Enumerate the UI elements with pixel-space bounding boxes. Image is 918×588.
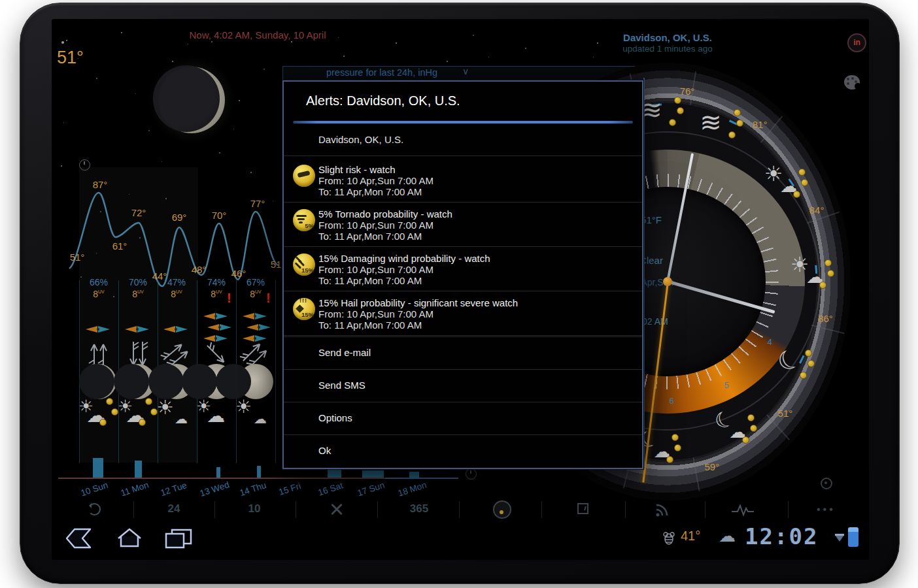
dialog-location-item[interactable]: Davidson, OK, U.S. <box>318 134 403 145</box>
alert-to: To: 11 Apr,Mon 7:00 AM <box>318 231 422 242</box>
precipitation-bar <box>328 469 341 478</box>
location-label[interactable]: Davidson, OK, U.S. <box>576 32 759 43</box>
alert-to: To: 11 Apr,Mon 7:00 AM <box>318 319 422 331</box>
wheel-temp-label: 86° <box>811 313 840 324</box>
tools-icon[interactable] <box>328 502 345 517</box>
toolbar-separator <box>296 501 296 518</box>
status-clock[interactable]: 12:02 <box>745 523 818 549</box>
more-icon[interactable]: ••• <box>817 504 836 515</box>
bee-icon <box>661 530 677 546</box>
wind-kite-marker <box>203 313 230 319</box>
chart-axis-alert <box>58 478 385 479</box>
humidity-label: 70% <box>122 277 154 287</box>
temp-label: 48° <box>192 264 207 275</box>
tab-10day[interactable]: 10 <box>235 502 274 515</box>
options-button[interactable]: Options <box>284 402 642 434</box>
alert-exclamation: ! <box>227 291 231 306</box>
dialog-divider <box>293 121 633 123</box>
screenshot-page: Now, 4:02 AM, Sunday, 10 April 51° David… <box>0 0 918 588</box>
linkedin-icon[interactable]: in <box>847 33 866 52</box>
forecast-weather-icon: ☀☁ <box>234 398 277 432</box>
wheel-weather-icon: ☾ <box>768 344 818 387</box>
dial-number: 6 <box>669 396 673 406</box>
alerts-dialog: Alerts: Davidson, OK, U.S. Davidson, OK,… <box>282 80 643 469</box>
uv-label: 8UV <box>161 289 192 299</box>
wind-kite-marker <box>163 326 190 333</box>
refresh-icon[interactable] <box>88 503 101 515</box>
wind-kite-marker <box>86 326 112 333</box>
moon-phase-icon <box>238 364 273 399</box>
dial-number: 5 <box>724 380 728 390</box>
precipitation-bar <box>362 470 384 478</box>
temp-label: 72° <box>131 207 146 218</box>
day-label[interactable]: 17 Sun <box>356 480 386 498</box>
column-divider <box>275 280 276 463</box>
pressure-label: pressure for last 24h, inHg <box>284 67 480 78</box>
dial-number: 4 <box>767 337 772 347</box>
separator <box>284 369 642 370</box>
send-sms-button[interactable]: Send SMS <box>284 369 642 402</box>
alert-to: To: 11 Apr,Mon 7:00 AM <box>318 186 422 197</box>
uv-label: 8UV <box>83 289 114 299</box>
send-e-mail-button[interactable]: Send e-mail <box>284 336 642 369</box>
battery-icon <box>848 527 858 547</box>
uv-label: 8UV <box>122 289 154 299</box>
wind-icon: 15% <box>293 253 315 276</box>
alert-from: From: 10 Apr,Sun 7:00 AM <box>318 175 434 186</box>
separator <box>284 402 642 402</box>
theme-palette-icon[interactable] <box>844 75 860 90</box>
alert-row[interactable]: Slight risk - watchFrom: 10 Apr,Sun 7:00… <box>284 159 642 203</box>
separator <box>284 202 642 203</box>
alert-title: 5% Tornado probability - watch <box>318 208 452 220</box>
day-label[interactable]: 16 Sat <box>317 480 345 497</box>
wheel-temp-label: 51° <box>771 407 800 418</box>
wheel-temp-label: 81° <box>745 119 774 130</box>
collapse-chevron-icon[interactable]: ∨ <box>462 66 469 76</box>
toolbar-separator <box>377 501 378 518</box>
temp-label: 61° <box>112 240 128 252</box>
alert-from: From: 10 Apr,Sun 7:00 AM <box>318 220 434 231</box>
toolbar-separator <box>459 501 460 518</box>
humidity-label: 67% <box>240 277 271 287</box>
widget-icon[interactable] <box>577 503 588 514</box>
humidity-label: 74% <box>201 277 232 287</box>
moon-phase-icon[interactable] <box>493 500 511 519</box>
alert-row[interactable]: !!!15%15% Hail probability - significant… <box>284 292 642 336</box>
alert-from: From: 10 Apr,Sun 7:00 AM <box>318 308 434 319</box>
alarm-clock-icon[interactable] <box>79 159 90 171</box>
wheel-weather-icon: ☀☁ <box>762 163 811 206</box>
hail-icon: !!!15% <box>293 298 315 320</box>
tornado-icon: 5% <box>293 209 315 231</box>
rss-icon[interactable] <box>654 501 672 518</box>
alert-to: To: 11 Apr,Mon 7:00 AM <box>318 275 422 286</box>
back-button[interactable] <box>63 527 94 550</box>
temp-label: 70° <box>212 210 227 221</box>
wheel-temp-label: 59° <box>698 461 726 472</box>
column-divider <box>79 280 80 463</box>
pulse-icon[interactable] <box>732 504 754 517</box>
forecast-weather-icon: ☀☁ <box>77 398 120 432</box>
alert-title: Slight risk - watch <box>318 164 396 175</box>
tab-24h[interactable]: 24 <box>154 502 194 515</box>
day-label[interactable]: 18 Mon <box>397 480 428 498</box>
wind-kite-marker <box>243 313 269 319</box>
alert-from: From: 10 Apr,Sun 7:00 AM <box>318 264 434 275</box>
toolbar-separator <box>788 501 789 518</box>
precipitation-bar <box>409 472 419 478</box>
precipitation-bar <box>135 461 142 478</box>
settings-target-icon[interactable] <box>821 478 832 489</box>
forecast-weather-icon: ☀☁ <box>195 398 238 432</box>
ok-button[interactable]: Ok <box>284 434 642 467</box>
wind-kite-marker <box>207 324 233 331</box>
wheel-temp-label: 84° <box>802 204 831 215</box>
recents-button[interactable] <box>163 527 194 550</box>
tab-365day[interactable]: 365 <box>400 502 439 515</box>
alert-row[interactable]: 5%5% Tornado probability - watchFrom: 10… <box>284 203 642 248</box>
wheel-weather-icon: ≋ <box>638 91 687 135</box>
toolbar-separator <box>625 501 626 518</box>
temp-label: 77° <box>250 198 265 209</box>
timeline-clock-icon <box>466 468 477 480</box>
home-button[interactable] <box>114 525 144 550</box>
alert-row[interactable]: 15%15% Damaging wind probability - watch… <box>284 248 642 292</box>
temp-label: 69° <box>172 212 187 223</box>
